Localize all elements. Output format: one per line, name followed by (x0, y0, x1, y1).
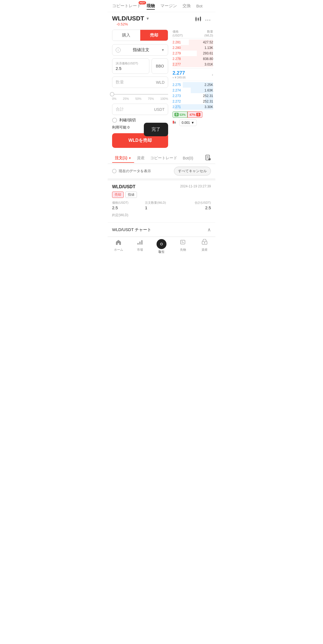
cancel-all-button[interactable]: すべてキャンセル (174, 167, 211, 176)
current-price-row[interactable]: 2.277 ≈ ¥ 349.66 › (173, 68, 213, 81)
svg-rect-9 (173, 121, 174, 124)
home-icon (115, 239, 122, 247)
ask-row[interactable]: 2.279 293.61 (173, 51, 213, 56)
tpsl-radio (112, 118, 117, 123)
info-icon: i (116, 48, 121, 53)
ask-row[interactable]: 2.280 1.13K (173, 45, 213, 51)
chart-row[interactable]: WLD/USDT チャート ∧ (108, 222, 215, 237)
top-navigation: コピートレード HOT 現物 マージン 交換 Bot (108, 0, 215, 12)
precision-chevron-icon: ▼ (191, 121, 194, 125)
svg-rect-10 (174, 122, 176, 124)
current-price-jpy: ≈ ¥ 349.66 (173, 76, 186, 79)
pair-dropdown-icon[interactable]: ▼ (146, 16, 150, 21)
price-input[interactable]: 決済価格(USDT) 2.5 (112, 58, 149, 74)
tpsl-row[interactable]: 利確/損切 (112, 118, 168, 123)
market-icon (137, 239, 143, 247)
main-content: 購入 売却 i 指値注文 ▼ 決済価格(USDT) 2.5 BBO 数量 WLD (108, 30, 215, 149)
svg-rect-8 (200, 21, 200, 22)
nav-margin[interactable]: マージン (160, 3, 177, 9)
sell-tag: 売却 (112, 192, 124, 198)
buy-ratio: B 53% (173, 111, 187, 118)
order-form-panel: 購入 売却 i 指値注文 ▼ 決済価格(USDT) 2.5 BBO 数量 WLD (108, 30, 173, 149)
svg-rect-5 (198, 20, 198, 21)
chart-label: WLD/USDT チャート (112, 227, 151, 232)
svg-rect-18 (137, 243, 139, 245)
show-current-row[interactable]: 現在のデータを表示 (112, 169, 151, 174)
svg-rect-20 (141, 240, 142, 245)
svg-point-23 (161, 243, 162, 245)
bid-row[interactable]: 2.275 2.25K (173, 82, 213, 88)
nav-market[interactable]: 市場 (129, 239, 151, 254)
nav-bot[interactable]: Bot (196, 4, 203, 8)
quantity-input[interactable]: 数量 WLD (112, 77, 168, 88)
nav-assets[interactable]: 資産 (194, 239, 215, 254)
order-type-selector[interactable]: i 指値注文 ▼ (112, 44, 168, 56)
order-pair: WLD/USDT (112, 184, 135, 189)
total-input[interactable]: 合計 USDT (112, 104, 168, 115)
price-detail-label: 価格(USDT) (112, 201, 145, 205)
nav-home[interactable]: ホーム (108, 239, 129, 254)
precision-icon (173, 120, 178, 126)
nav-exchange[interactable]: 交換 (182, 3, 191, 9)
orderbook-header: 価格 (USDT) 数量 (WLD) (173, 30, 213, 38)
svg-rect-6 (200, 17, 201, 21)
tab-copy-trade[interactable]: コピートレード (147, 152, 180, 163)
detail-total-col: 合計(USDT) 2.5 (178, 201, 211, 210)
order-tags: 売却 指値 (112, 192, 211, 198)
svg-rect-0 (195, 17, 197, 21)
filled-label: 約定(WLD) (112, 213, 211, 218)
futures-icon (180, 239, 186, 247)
buy-tab[interactable]: 購入 (112, 30, 140, 41)
pair-header: WLD/USDT ▼ -0.52% ··· (108, 12, 215, 30)
tab-orders[interactable]: 注文(1) ▼ (112, 152, 134, 163)
nav-futures[interactable]: 先物 (172, 239, 194, 254)
sell-tab[interactable]: 売却 (140, 30, 168, 41)
buy-sell-tabs: 購入 売却 (112, 30, 168, 41)
bid-row[interactable]: 2.274 1.63K (173, 88, 213, 93)
more-options-icon[interactable]: ··· (205, 16, 211, 23)
qty-detail-value: 1 (145, 205, 178, 210)
nav-copy-trade[interactable]: コピートレード HOT (112, 3, 141, 9)
precision-select[interactable]: 0.001 ▼ (179, 119, 197, 126)
order-type-label: 指値注文 (123, 47, 159, 53)
pair-change: -0.52% (112, 22, 150, 28)
tab-assets[interactable]: 資産 (134, 152, 147, 163)
order-card-header: WLD/USDT 2024-11-19 23:27:39 (112, 184, 211, 189)
candlestick-icon[interactable] (195, 16, 201, 23)
done-popup[interactable]: 完了 (144, 123, 168, 136)
detail-qty-col: 注文数量(WLD) 1 (145, 201, 178, 210)
price-value: 2.5 (116, 66, 146, 71)
bid-row[interactable]: 2.272 252.31 (173, 99, 213, 104)
bid-row[interactable]: 2.271 3.30K (173, 104, 213, 110)
order-details: 価格(USDT) 2.5 注文数量(WLD) 1 合計(USDT) 2.5 (112, 201, 211, 210)
percentage-slider[interactable]: 0% 25% 50% 75% 100% (112, 91, 168, 104)
bbo-button[interactable]: BBO (152, 58, 168, 74)
ask-row[interactable]: 2.277 3.01K (173, 62, 213, 67)
show-current-label: 現在のデータを表示 (119, 169, 151, 174)
detail-price-col: 価格(USDT) 2.5 (112, 201, 145, 210)
nav-spot[interactable]: 現物 (147, 3, 155, 9)
order-list-header: 現在のデータを表示 すべてキャンセル (108, 164, 215, 178)
svg-point-28 (204, 242, 205, 244)
qty-placeholder: 数量 (116, 80, 124, 85)
sell-ratio: 47% S (187, 111, 202, 118)
tab-bot[interactable]: Bot(0) (180, 153, 196, 163)
price-detail-value: 2.5 (112, 205, 145, 210)
nav-trade[interactable]: 取引 (151, 239, 172, 254)
tab-history-icon[interactable] (205, 151, 211, 164)
show-current-radio (112, 169, 117, 173)
section-tabs: 注文(1) ▼ 資産 コピートレード Bot(0) (108, 151, 215, 164)
price-label: 決済価格(USDT) (116, 61, 146, 66)
ask-row[interactable]: 2.281 427.52 (173, 40, 213, 45)
chevron-down-icon: ▼ (161, 48, 165, 52)
svg-rect-1 (196, 17, 196, 17)
order-time: 2024-11-19 23:27:39 (180, 184, 211, 188)
order-card: WLD/USDT 2024-11-19 23:27:39 売却 指値 価格(US… (108, 178, 215, 222)
limit-tag: 指値 (125, 192, 137, 198)
precision-row: 0.001 ▼ (173, 119, 213, 126)
price-chevron-right-icon: › (212, 72, 213, 77)
bid-row[interactable]: 2.273 252.31 (173, 93, 213, 99)
bottom-navigation: ホーム 市場 取引 (108, 237, 215, 255)
order-tab-arrow: ▼ (128, 156, 131, 160)
ask-row[interactable]: 2.278 838.80 (173, 56, 213, 62)
